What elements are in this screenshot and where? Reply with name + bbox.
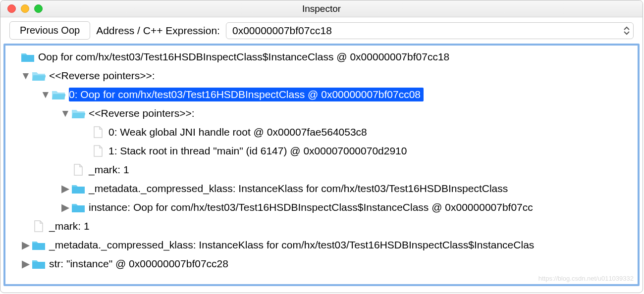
tree-label: _mark: 1 [49, 220, 90, 232]
traffic-lights [0, 4, 43, 13]
tree-row-root[interactable]: ▶ Oop for com/hx/test03/Test16HSDBInspec… [9, 48, 638, 66]
tree-label: _mark: 1 [89, 164, 129, 176]
folder-icon [31, 239, 46, 251]
tree-label: <<Reverse pointers>>: [49, 70, 155, 82]
chevron-up-icon[interactable] [623, 26, 630, 31]
watermark: https://blog.csdn.net/u011039332 [538, 275, 634, 282]
address-stepper[interactable] [623, 26, 630, 36]
folder-icon [71, 183, 86, 195]
tree-row-leaf[interactable]: ▶ 0: Weak global JNI handle root @ 0x000… [9, 123, 638, 142]
tree-label: _metadata._compressed_klass: InstanceKla… [89, 183, 508, 195]
disclosure-triangle-open[interactable]: ▼ [40, 89, 51, 100]
folder-open-icon [71, 107, 86, 119]
toolbar: Previous Oop Address / C++ Expression: [0, 17, 643, 44]
tree-panel: ▶ Oop for com/hx/test03/Test16HSDBInspec… [3, 44, 640, 286]
tree-label: <<Reverse pointers>>: [89, 107, 195, 119]
tree-row-mark-inner[interactable]: ▶ _mark: 1 [9, 160, 638, 179]
folder-open-icon [31, 70, 46, 82]
previous-oop-button[interactable]: Previous Oop [9, 21, 90, 40]
maximize-icon[interactable] [34, 4, 43, 13]
folder-open-icon [51, 89, 66, 100]
folder-icon [31, 258, 46, 270]
file-icon [91, 126, 106, 138]
disclosure-triangle-open[interactable]: ▼ [20, 70, 31, 82]
disclosure-triangle-closed[interactable]: ▶ [60, 183, 71, 195]
tree[interactable]: ▶ Oop for com/hx/test03/Test16HSDBInspec… [5, 46, 638, 275]
tree-row-item0[interactable]: ▼ 0: Oop for com/hx/test03/Test16HSDBIns… [9, 85, 638, 104]
tree-label: instance: Oop for com/hx/test03/Test16HS… [89, 201, 533, 213]
titlebar: Inspector [0, 0, 643, 17]
file-icon [71, 164, 86, 176]
tree-row-meta[interactable]: ▶ _metadata._compressed_klass: InstanceK… [9, 236, 638, 254]
disclosure-triangle-closed[interactable]: ▶ [20, 258, 31, 270]
tree-row-leaf[interactable]: ▶ 1: Stack root in thread "main" (id 614… [9, 142, 638, 160]
window-title: Inspector [0, 3, 643, 14]
folder-icon [20, 51, 35, 63]
tree-label: 1: Stack root in thread "main" (id 6147)… [108, 145, 407, 157]
inspector-window: Inspector Previous Oop Address / C++ Exp… [0, 0, 643, 293]
folder-icon [71, 201, 86, 213]
tree-label: 0: Weak global JNI handle root @ 0x00007… [108, 126, 367, 138]
tree-label: _metadata._compressed_klass: InstanceKla… [49, 239, 534, 251]
address-label: Address / C++ Expression: [96, 25, 220, 37]
tree-row-item0-revptrs[interactable]: ▼ <<Reverse pointers>>: [9, 104, 638, 123]
tree-label: Oop for com/hx/test03/Test16HSDBInspectC… [38, 51, 449, 63]
tree-label: str: "instance" @ 0x00000007bf07cc28 [49, 258, 228, 270]
tree-row-revptrs[interactable]: ▼ <<Reverse pointers>>: [9, 66, 638, 85]
disclosure-triangle-closed[interactable]: ▶ [20, 239, 31, 251]
file-icon [91, 145, 106, 157]
close-icon[interactable] [7, 4, 16, 13]
disclosure-triangle-closed[interactable]: ▶ [60, 201, 71, 213]
tree-row-meta-inner[interactable]: ▶ _metadata._compressed_klass: InstanceK… [9, 179, 638, 198]
address-input[interactable] [232, 25, 623, 37]
disclosure-triangle-open[interactable]: ▼ [60, 107, 71, 119]
chevron-down-icon[interactable] [623, 31, 630, 36]
address-field[interactable] [226, 22, 634, 39]
tree-label-selected: 0: Oop for com/hx/test03/Test16HSDBInspe… [69, 88, 424, 101]
tree-row-mark[interactable]: ▶ _mark: 1 [9, 217, 638, 236]
tree-row-str[interactable]: ▶ str: "instance" @ 0x00000007bf07cc28 [9, 254, 638, 273]
tree-row-instance-inner[interactable]: ▶ instance: Oop for com/hx/test03/Test16… [9, 198, 638, 217]
file-icon [31, 220, 46, 232]
minimize-icon[interactable] [21, 4, 29, 13]
